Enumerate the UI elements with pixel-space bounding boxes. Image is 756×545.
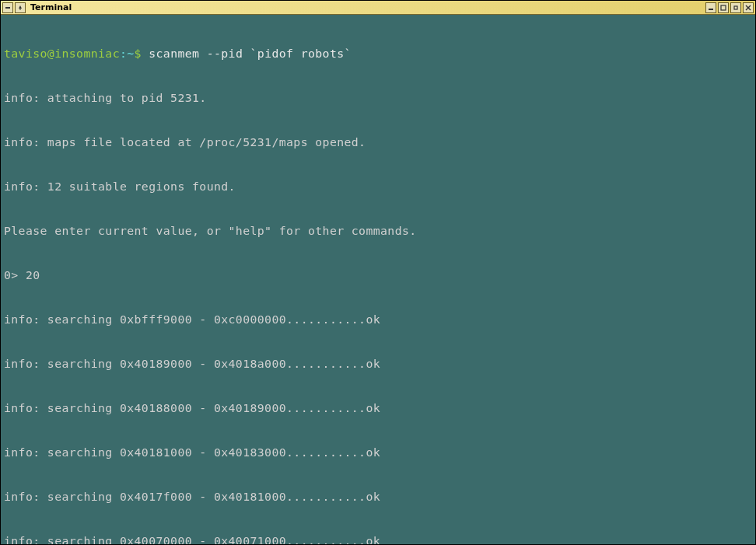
command-text: scanmem --pid `pidof robots` (149, 47, 352, 60)
output-line: Please enter current value, or "help" fo… (4, 223, 752, 238)
output-line: info: 12 suitable regions found. (4, 179, 752, 194)
output-line: info: searching 0x40070000 - 0x40071000.… (4, 533, 752, 544)
svg-rect-4 (721, 5, 726, 10)
titlebar[interactable]: Terminal (1, 1, 755, 15)
titlebar-pin-button[interactable] (15, 2, 26, 13)
prompt-line: taviso@insomniac:~$ scanmem --pid `pidof… (4, 46, 752, 61)
prompt-at: @ (47, 47, 54, 60)
output-line: info: searching 0x40188000 - 0x40189000.… (4, 400, 752, 415)
titlebar-menu-button[interactable] (2, 2, 13, 13)
titlebar-right-controls (705, 2, 754, 13)
window-title: Terminal (27, 2, 704, 12)
output-line: info: searching 0x40181000 - 0x40183000.… (4, 445, 752, 459)
close-button[interactable] (743, 2, 754, 13)
terminal-viewport[interactable]: taviso@insomniac:~$ scanmem --pid `pidof… (1, 15, 755, 544)
prompt-path: ~ (127, 47, 134, 60)
maximize-button[interactable] (718, 2, 729, 13)
output-line: info: attaching to pid 5231. (4, 90, 752, 105)
output-line: 0> 20 (4, 267, 752, 282)
output-line: info: maps file located at /proc/5231/ma… (4, 135, 752, 149)
svg-rect-2 (20, 9, 21, 10)
prompt-user: taviso (4, 47, 47, 60)
output-line: info: searching 0x4017f000 - 0x40181000.… (4, 489, 752, 504)
minimize-button[interactable] (705, 2, 716, 13)
restore-button[interactable] (730, 2, 741, 13)
prompt-dollar: $ (135, 47, 149, 60)
terminal-window: Terminal taviso@insomniac:~$ scanmem --p… (0, 0, 756, 545)
output-line: info: searching 0x40189000 - 0x4018a000.… (4, 356, 752, 371)
svg-rect-0 (5, 7, 10, 9)
output-line: info: searching 0xbfff9000 - 0xc0000000.… (4, 312, 752, 327)
svg-rect-5 (734, 6, 737, 9)
prompt-host: insomniac (54, 47, 120, 60)
svg-marker-1 (19, 5, 22, 9)
prompt-sep: : (120, 47, 127, 60)
svg-rect-3 (709, 9, 713, 10)
